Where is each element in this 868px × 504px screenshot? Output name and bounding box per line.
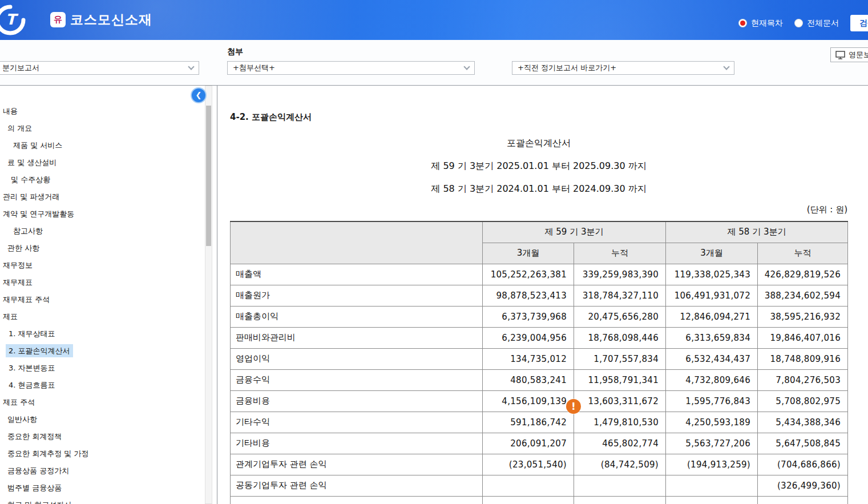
amount-cell: 7,804,276,503 xyxy=(758,369,848,390)
market-type-badge: 유 xyxy=(50,12,66,27)
amount-cell: 6,532,434,437 xyxy=(666,348,758,369)
sidebar-scrollbar[interactable] xyxy=(205,86,212,504)
warning-icon[interactable]: ! xyxy=(566,399,581,414)
table-row: 공동기업투자 관련 손익(326,499,360) xyxy=(231,475,848,496)
sidebar-collapse-button[interactable]: ❮ xyxy=(191,87,207,103)
toc-item[interactable]: 현금 및 현금성자산 xyxy=(0,497,217,504)
toc-item-label[interactable]: 계약 및 연구개발활동 xyxy=(0,207,77,220)
sub-period-header: 3개월 xyxy=(483,243,574,264)
toc-item-label[interactable]: 재무정보 xyxy=(0,259,35,272)
toc-item-label[interactable]: 제품 및 서비스 xyxy=(10,139,65,152)
sub-period-header: 3개월 xyxy=(666,243,758,264)
report-toolbar: 분기보고서 첨부 +첨부선택+ +직전 정기보고서 바로가기+ 영문보고서 xyxy=(0,40,868,86)
toc-item-label[interactable]: 금융상품 공정가치 xyxy=(5,464,72,477)
account-label-cell: 공동기업투자 관련 손익 xyxy=(231,475,483,496)
amount-cell: 134,735,012 xyxy=(483,348,574,369)
english-report-button[interactable]: 영문보고서 xyxy=(830,47,868,62)
toc-item-label[interactable]: 관리 및 파생거래 xyxy=(0,190,62,203)
period-line-1: 제 59 기 3분기 2025.01.01 부터 2025.09.30 까지 xyxy=(230,160,847,172)
toc-item[interactable]: 3. 자본변동표 xyxy=(0,360,217,377)
toc-item-label[interactable]: 2. 포괄손익계산서 xyxy=(6,344,73,357)
toc-item[interactable]: 및 수주상황 xyxy=(0,171,217,188)
amount-cell xyxy=(666,496,758,504)
amount-cell: 480,583,241 xyxy=(483,369,574,390)
previous-report-select[interactable]: +직전 정기보고서 바로가기+ xyxy=(512,61,734,75)
account-label-cell xyxy=(231,496,483,504)
dart-logo-icon: T xyxy=(0,3,32,37)
toc-item-label[interactable]: 일반사항 xyxy=(5,413,40,426)
radio-selected-icon[interactable] xyxy=(738,19,747,27)
account-label-cell: 기타비용 xyxy=(231,433,483,454)
toc-item[interactable]: 내용 xyxy=(0,103,217,120)
toc-item[interactable]: 재무제표 xyxy=(0,274,217,291)
account-label-cell: 매출원가 xyxy=(231,285,483,306)
toc-item[interactable]: 참고사항 xyxy=(0,223,217,240)
sidebar-scrollbar-thumb[interactable] xyxy=(206,106,211,246)
toc-item-label[interactable]: 중요한 회계추정 및 가정 xyxy=(5,447,91,460)
attachment-label: 첨부 xyxy=(227,47,243,57)
toc-item-label[interactable]: 내용 xyxy=(0,104,21,118)
toc-item[interactable]: 제표 xyxy=(0,308,217,325)
toc-item-label[interactable]: 3. 자본변동표 xyxy=(6,361,58,374)
radio-whole-document[interactable]: 전체문서 xyxy=(794,18,839,29)
amount-cell: 6,373,739,968 xyxy=(483,306,574,327)
amount-cell: 4,732,809,646 xyxy=(666,369,758,390)
toc-item[interactable]: 재무정보 xyxy=(0,257,217,274)
toc-item-label[interactable]: 의 개요 xyxy=(5,122,35,135)
amount-cell xyxy=(483,496,574,504)
dart-logo[interactable]: T xyxy=(0,3,32,39)
radio-current-toc[interactable]: 현재목차 xyxy=(738,18,783,29)
toc-item[interactable]: 의 개요 xyxy=(0,120,217,137)
company-name: 코스모신소재 xyxy=(70,11,152,29)
toc-item[interactable]: 계약 및 연구개발활동 xyxy=(0,205,217,223)
toc-item-label[interactable]: 중요한 회계정책 xyxy=(5,430,64,443)
toc-item[interactable]: 제품 및 서비스 xyxy=(0,137,217,154)
toc-item[interactable]: 중요한 회계정책 xyxy=(0,428,217,445)
toc-item[interactable]: 1. 재무상태표 xyxy=(0,325,217,342)
toc-item-label[interactable]: 재무제표 주석 xyxy=(0,293,53,306)
toc-item[interactable]: 관리 및 파생거래 xyxy=(0,188,217,205)
amount-cell: 465,802,774 xyxy=(574,433,666,454)
period-group-header: 제 59 기 3분기 xyxy=(483,221,666,243)
toc-item-label[interactable]: 제표 주석 xyxy=(0,396,38,409)
income-statement-table-wrap: 제 59 기 3분기제 58 기 3분기3개월누적3개월누적 매출액105,25… xyxy=(230,221,847,504)
toc-item-label[interactable]: 1. 재무상태표 xyxy=(6,327,58,340)
toc-item[interactable]: 관한 사항 xyxy=(0,240,217,257)
amount-cell: 5,647,508,845 xyxy=(758,433,848,454)
toc-item[interactable]: 재무제표 주석 xyxy=(0,291,217,308)
toc-item[interactable]: 일반사항 xyxy=(0,411,217,428)
report-type-select-value: 분기보고서 xyxy=(2,63,39,73)
toc-item[interactable]: 2. 포괄손익계산서 xyxy=(0,342,217,360)
table-row: 기타비용206,091,207465,802,7745,563,727,2065… xyxy=(231,433,848,454)
toc-item-label[interactable]: 범주별 금융상품 xyxy=(5,481,64,494)
toc-item[interactable]: 중요한 회계추정 및 가정 xyxy=(0,445,217,462)
toc-item[interactable]: 료 및 생산설비 xyxy=(0,154,217,171)
report-type-select[interactable]: 분기보고서 xyxy=(0,61,199,75)
toc-item-label[interactable]: 료 및 생산설비 xyxy=(5,156,59,169)
toc-item-label[interactable]: 현금 및 현금성자산 xyxy=(5,498,74,504)
toc-item-label[interactable]: 및 수주상황 xyxy=(8,173,53,186)
toc-item-label[interactable]: 제표 xyxy=(0,310,21,323)
header-controls: 현재목차 전체문서 검색 xyxy=(738,15,868,31)
radio-unselected-icon[interactable] xyxy=(794,19,803,27)
toc-item[interactable]: 제표 주석 xyxy=(0,394,217,411)
income-statement-table: 제 59 기 3분기제 58 기 3분기3개월누적3개월누적 매출액105,25… xyxy=(230,221,848,504)
amount-cell: (326,499,360) xyxy=(758,475,848,496)
amount-cell xyxy=(574,496,666,504)
amount-cell: (23,051,540) xyxy=(483,454,574,475)
amount-cell: 98,878,523,413 xyxy=(483,285,574,306)
toc-item-label[interactable]: 4. 현금흐름표 xyxy=(6,378,58,392)
attachment-select[interactable]: +첨부선택+ xyxy=(227,61,475,75)
toc-item-label[interactable]: 참고사항 xyxy=(10,224,46,237)
toc-item[interactable]: 4. 현금흐름표 xyxy=(0,377,217,394)
amount-cell xyxy=(758,496,848,504)
toc-item-label[interactable]: 관한 사항 xyxy=(5,241,42,255)
account-label-cell: 매출총이익 xyxy=(231,306,483,327)
amount-cell: 5,708,802,975 xyxy=(758,390,848,412)
toc-item-label[interactable]: 재무제표 xyxy=(0,276,35,289)
amount-cell: (84,742,509) xyxy=(574,454,666,475)
amount-cell: 11,958,791,341 xyxy=(574,369,666,390)
toc-item[interactable]: 금융상품 공정가치 xyxy=(0,462,217,479)
search-button[interactable]: 검색 xyxy=(850,15,868,31)
toc-item[interactable]: 범주별 금융상품 xyxy=(0,479,217,497)
